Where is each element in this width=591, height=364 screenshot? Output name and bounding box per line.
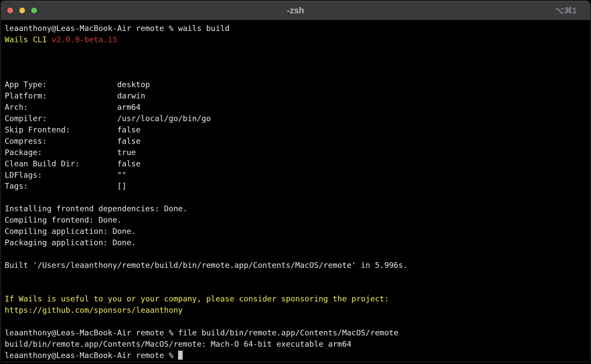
terminal-screen[interactable]: leaanthony@Leas-MacBook-Air remote % wai… (1, 20, 590, 361)
config-value: "" (117, 170, 126, 180)
config-label: Compress: (5, 136, 117, 147)
sponsor-link-line: https://github.com/sponsors/leaanthony (5, 305, 587, 316)
command-output-text: build/bin/remote.app/Contents/MacOS/remo… (5, 339, 351, 349)
wails-banner-line: Wails CLI v2.0.0-beta.15 (5, 34, 587, 46)
config-value: arm64 (117, 102, 140, 112)
config-row: App Type:desktop (5, 79, 587, 91)
built-line: Built '/Users/leaanthony/remote/build/bi… (5, 260, 587, 271)
config-label: Arch: (5, 102, 117, 113)
config-label: Package: (5, 147, 117, 158)
progress-text: Compiling frontend: Done. (5, 215, 122, 225)
config-label: Platform: (5, 91, 117, 102)
config-label: Skip Frontend: (5, 124, 117, 136)
prompt-command-text: leaanthony@Leas-MacBook-Air remote % wai… (5, 24, 230, 33)
config-row: Package:true (5, 147, 587, 158)
blank-line (5, 282, 587, 293)
wails-version-label: v2.0.0-beta.15 (52, 35, 117, 44)
config-value: [] (117, 181, 126, 191)
blank-line (5, 271, 587, 282)
prompt-command-text: leaanthony@Leas-MacBook-Air remote % fil… (5, 328, 398, 337)
config-label: Compiler: (5, 113, 117, 124)
title-bar[interactable]: -zsh ⌥⌘1 (1, 1, 590, 20)
config-row: Platform:darwin (5, 91, 587, 102)
terminal-window: -zsh ⌥⌘1 leaanthony@Leas-MacBook-Air rem… (1, 1, 590, 362)
keyboard-shortcut-badge: ⌥⌘1 (555, 1, 577, 20)
config-label: App Type: (5, 79, 117, 91)
prompt-line: leaanthony@Leas-MacBook-Air remote % fil… (5, 327, 587, 339)
command-output-line: build/bin/remote.app/Contents/MacOS/remo… (5, 339, 587, 350)
built-text: Built '/Users/leaanthony/remote/build/bi… (5, 261, 408, 270)
config-value: darwin (117, 91, 145, 100)
blank-line (5, 68, 587, 80)
config-row: Compiler:/usr/local/go/bin/go (5, 113, 587, 124)
config-label: LDFlags: (5, 170, 117, 181)
progress-line: Compiling application: Done. (5, 226, 587, 237)
config-value: false (117, 125, 140, 134)
config-row: Compress:false (5, 136, 587, 147)
config-value: desktop (117, 80, 150, 89)
progress-line: Installing frontend dependencies: Done. (5, 203, 587, 215)
config-value: /usr/local/go/bin/go (117, 114, 211, 123)
blank-line (5, 192, 587, 203)
config-row: LDFlags:"" (5, 170, 587, 181)
config-value: true (117, 148, 136, 157)
config-row: Arch:arm64 (5, 102, 587, 113)
config-label: Clean Build Dir: (5, 158, 117, 170)
blank-line (5, 57, 587, 68)
blank-line (5, 316, 587, 327)
window-title: -zsh (1, 1, 590, 20)
terminal-cursor (178, 351, 183, 360)
prompt-line: leaanthony@Leas-MacBook-Air remote % wai… (5, 23, 587, 34)
config-row: Tags:[] (5, 181, 587, 192)
config-label: Tags: (5, 181, 117, 192)
blank-line (5, 249, 587, 260)
config-value: false (117, 136, 140, 146)
sponsor-line: If Wails is useful to you or your compan… (5, 293, 587, 305)
config-row: Clean Build Dir:false (5, 158, 587, 170)
config-row: Skip Frontend:false (5, 124, 587, 136)
blank-line (5, 46, 587, 57)
progress-text: Packaging application: Done. (5, 238, 136, 247)
progress-text: Compiling application: Done. (5, 227, 136, 236)
progress-text: Installing frontend dependencies: Done. (5, 204, 187, 213)
prompt-text: leaanthony@Leas-MacBook-Air remote % (5, 351, 178, 360)
active-prompt-line: leaanthony@Leas-MacBook-Air remote % (5, 350, 587, 361)
sponsor-url: https://github.com/sponsors/leaanthony (5, 305, 183, 315)
progress-line: Packaging application: Done. (5, 237, 587, 249)
sponsor-text: If Wails is useful to you or your compan… (5, 294, 389, 303)
wails-cli-label: Wails CLI (5, 35, 52, 44)
config-value: false (117, 159, 140, 168)
progress-line: Compiling frontend: Done. (5, 215, 587, 226)
